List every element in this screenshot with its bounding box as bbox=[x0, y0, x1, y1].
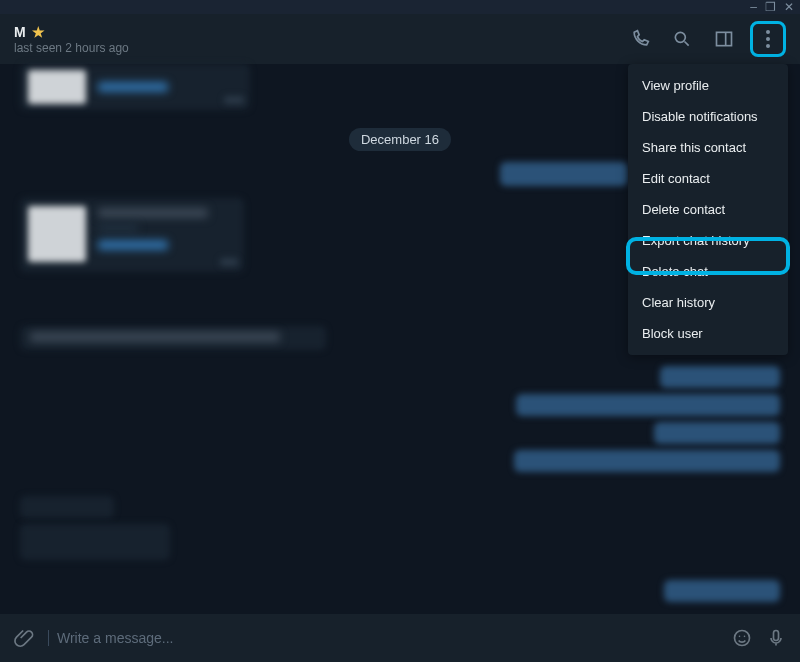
message-outgoing[interactable] bbox=[514, 450, 780, 472]
more-button-highlight bbox=[750, 21, 786, 57]
window-minimize-icon[interactable]: – bbox=[750, 1, 757, 13]
menu-view-profile[interactable]: View profile bbox=[628, 70, 788, 101]
message-link bbox=[98, 82, 168, 92]
star-icon: ★ bbox=[32, 24, 45, 40]
svg-point-6 bbox=[744, 636, 746, 638]
header-actions bbox=[630, 21, 786, 57]
menu-delete-contact[interactable]: Delete contact bbox=[628, 194, 788, 225]
svg-rect-2 bbox=[717, 32, 732, 45]
voice-button[interactable] bbox=[766, 628, 786, 648]
contact-status: last seen 2 hours ago bbox=[14, 41, 129, 55]
message-time bbox=[220, 258, 238, 266]
message-outgoing[interactable] bbox=[660, 366, 780, 388]
search-button[interactable] bbox=[672, 29, 692, 49]
search-icon bbox=[672, 29, 692, 49]
contact-name-row: M ★ bbox=[14, 24, 129, 40]
menu-clear-history[interactable]: Clear history bbox=[628, 287, 788, 318]
menu-disable-notifications[interactable]: Disable notifications bbox=[628, 101, 788, 132]
menu-edit-contact[interactable]: Edit contact bbox=[628, 163, 788, 194]
message-outgoing[interactable] bbox=[500, 162, 628, 186]
chat-header: M ★ last seen 2 hours ago bbox=[0, 14, 800, 64]
sidebar-toggle-button[interactable] bbox=[714, 29, 734, 49]
panel-icon bbox=[714, 29, 734, 49]
message-link bbox=[98, 240, 168, 250]
message-incoming[interactable] bbox=[20, 496, 114, 518]
menu-share-contact[interactable]: Share this contact bbox=[628, 132, 788, 163]
date-divider: December 16 bbox=[349, 128, 451, 151]
svg-point-5 bbox=[739, 636, 741, 638]
paperclip-icon bbox=[14, 628, 34, 648]
message-input[interactable] bbox=[48, 630, 718, 646]
dots-icon bbox=[766, 30, 770, 34]
message-text bbox=[98, 208, 208, 218]
contact-info[interactable]: M ★ last seen 2 hours ago bbox=[14, 24, 129, 55]
message-text bbox=[98, 224, 138, 232]
more-button[interactable] bbox=[758, 29, 778, 49]
svg-line-1 bbox=[685, 42, 689, 46]
window-titlebar: – ❐ ✕ bbox=[0, 0, 800, 14]
window-close-icon[interactable]: ✕ bbox=[784, 1, 794, 13]
smile-icon bbox=[732, 628, 752, 648]
menu-delete-chat[interactable]: Delete chat bbox=[628, 256, 788, 287]
message-outgoing[interactable] bbox=[516, 394, 780, 416]
message-incoming[interactable] bbox=[20, 524, 170, 560]
contact-name: M bbox=[14, 24, 26, 40]
svg-point-4 bbox=[735, 631, 750, 646]
menu-export-history[interactable]: Export chat history bbox=[628, 225, 788, 256]
window-maximize-icon[interactable]: ❐ bbox=[765, 1, 776, 13]
phone-icon bbox=[630, 29, 650, 49]
message-composer bbox=[0, 614, 800, 662]
menu-block-user[interactable]: Block user bbox=[628, 318, 788, 349]
mic-icon bbox=[766, 628, 786, 648]
message-time bbox=[224, 96, 244, 104]
message-text bbox=[30, 332, 280, 342]
message-attachment-thumb[interactable] bbox=[28, 70, 86, 104]
svg-point-0 bbox=[675, 32, 685, 42]
message-outgoing[interactable] bbox=[654, 422, 780, 444]
svg-rect-7 bbox=[774, 631, 779, 641]
message-attachment-thumb[interactable] bbox=[28, 206, 86, 262]
chat-context-menu: View profile Disable notifications Share… bbox=[628, 64, 788, 355]
emoji-button[interactable] bbox=[732, 628, 752, 648]
message-outgoing[interactable] bbox=[664, 580, 780, 602]
call-button[interactable] bbox=[630, 29, 650, 49]
attach-button[interactable] bbox=[14, 628, 34, 648]
